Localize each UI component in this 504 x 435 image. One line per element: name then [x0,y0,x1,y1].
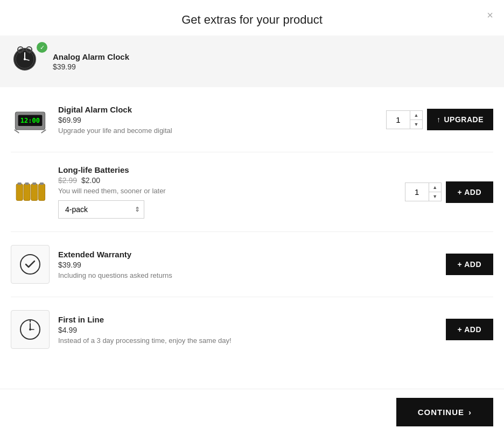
modal-footer: CONTINUE › [0,389,504,435]
batteries-image [11,173,50,212]
qty-down-batteries[interactable]: ▼ [429,192,441,201]
upgrade-arrow-icon: ↑ [437,115,441,124]
extra-item-warranty: Extended Warranty $39.99 Including no qu… [11,232,493,297]
selected-product-image: ✓ [11,44,45,79]
extra-price-warranty: $39.99 [58,261,437,269]
qty-up-digital[interactable]: ▲ [410,111,422,120]
svg-rect-15 [18,182,22,184]
select-wrap: 4-pack 8-pack 12-pack [58,200,396,219]
add-button-warranty[interactable]: + ADD [446,254,493,275]
extra-desc-warranty: Including no questions asked returns [58,271,437,279]
qty-value-batteries: 1 [405,183,429,201]
extras-list: 12:00 Digital Alarm Clock $69.99 Upgrade… [0,87,504,389]
close-button[interactable]: × [487,10,493,20]
svg-rect-20 [39,184,45,200]
digital-clock-image: 12:00 [11,100,50,139]
warranty-image [11,245,50,284]
qty-up-batteries[interactable]: ▲ [429,183,441,192]
qty-box-batteries: 1 ▲ ▼ [405,183,442,201]
svg-rect-16 [24,184,30,200]
selected-product-info: Analog Alarm Clock $39.99 [53,52,129,71]
pack-select[interactable]: 4-pack 8-pack 12-pack [58,200,144,219]
firstline-icon [19,318,41,341]
svg-text:12:00: 12:00 [20,117,40,124]
extra-info-batteries: Long-life Batteries $2.99 $2.00 You will… [58,165,396,219]
svg-line-12 [15,130,19,133]
extra-name: Digital Alarm Clock [58,105,377,114]
extra-actions-batteries: 1 ▲ ▼ + ADD [405,181,493,203]
extra-desc: Upgrade your life and become digital [58,127,377,135]
extra-price-firstline: $4.99 [58,326,437,334]
firstline-image [11,310,50,349]
extra-name-warranty: Extended Warranty [58,250,437,259]
original-price-batteries: $2.99 [58,176,77,185]
svg-line-13 [41,130,46,133]
check-badge: ✓ [37,42,47,53]
battery-icon [13,178,47,206]
extra-actions-firstline: + ADD [446,319,493,340]
qty-down-digital[interactable]: ▼ [410,120,422,129]
warranty-icon [19,253,41,276]
extra-price-batteries: $2.99 $2.00 [58,176,396,185]
extra-price: $69.99 [58,116,377,124]
selected-product-bar: ✓ Analog Alarm Clock $39.99 [0,36,504,87]
extra-item-firstline: First in Line $4.99 Instead of a 3 day p… [11,297,493,362]
extra-name-firstline: First in Line [58,315,437,324]
qty-controls-digital: ▲ ▼ [410,111,422,129]
svg-rect-14 [16,184,23,200]
continue-arrow-icon: › [468,408,472,417]
analog-clock-icon [11,44,39,72]
extra-info-warranty: Extended Warranty $39.99 Including no qu… [58,250,437,279]
extra-info-firstline: First in Line $4.99 Instead of a 3 day p… [58,315,437,345]
digital-clock-icon: 12:00 [13,106,47,134]
modal-title: Get extras for your product [181,13,323,26]
modal: Get extras for your product × ✓ Analog A… [0,0,504,435]
svg-rect-17 [25,182,29,184]
svg-point-4 [24,58,26,60]
qty-value-digital: 1 [387,111,410,129]
modal-header: Get extras for your product × [0,0,504,36]
continue-label: CONTINUE [418,408,464,417]
qty-controls-batteries: ▲ ▼ [429,183,441,201]
add-button-firstline[interactable]: + ADD [446,319,493,340]
extra-item-batteries: Long-life Batteries $2.99 $2.00 You will… [11,152,493,232]
extra-info-digital-alarm: Digital Alarm Clock $69.99 Upgrade your … [58,105,377,135]
selected-product-name: Analog Alarm Clock [53,52,129,61]
selected-product-price: $39.99 [53,62,129,71]
upgrade-button[interactable]: ↑ UPGRADE [427,109,493,130]
svg-rect-19 [32,182,36,184]
upgrade-label: UPGRADE [444,115,484,124]
extra-desc-firstline: Instead of a 3 day processing time, enjo… [58,336,437,345]
continue-button[interactable]: CONTINUE › [396,398,493,426]
svg-point-22 [20,255,40,274]
sale-price-batteries: $2.00 [81,176,100,185]
pack-select-outer: 4-pack 8-pack 12-pack [58,200,144,219]
qty-box-digital: 1 ▲ ▼ [386,110,423,129]
extra-actions-warranty: + ADD [446,254,493,275]
extra-desc-batteries: You will need them, sooner or later [58,187,396,195]
extra-name-batteries: Long-life Batteries [58,165,396,174]
svg-rect-21 [40,182,44,184]
add-button-batteries[interactable]: + ADD [446,181,493,203]
extra-item-digital-alarm-clock: 12:00 Digital Alarm Clock $69.99 Upgrade… [11,87,493,152]
svg-rect-18 [31,184,38,200]
extra-actions-digital: 1 ▲ ▼ ↑ UPGRADE [386,109,493,130]
